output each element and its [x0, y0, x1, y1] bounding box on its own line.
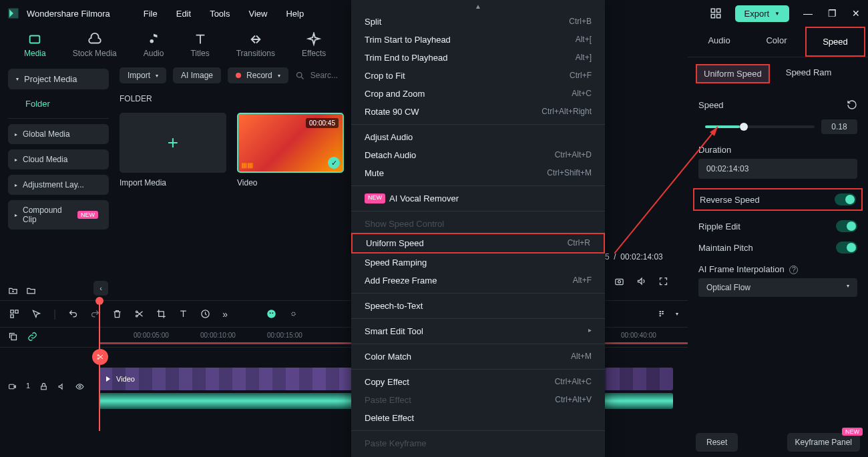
ai-assistant-icon[interactable] [266, 309, 276, 319]
svg-rect-2 [711, 15, 714, 18]
sidebar-cloud-media[interactable]: ▸Cloud Media [8, 149, 109, 169]
volume-icon[interactable] [636, 276, 646, 286]
sidebar-bottom-icons [8, 286, 36, 296]
time-display: 5 / 00:02:14:03 [605, 252, 663, 262]
chevron-down-icon[interactable]: ▾ [676, 311, 678, 317]
tab-audio[interactable]: Audio [130, 32, 178, 58]
speed-slider[interactable] [705, 125, 815, 128]
ctx-smart-edit-tool[interactable]: Smart Edit Tool▸ [351, 322, 605, 340]
delete-icon[interactable] [112, 309, 122, 319]
folder-tab[interactable]: Folder [8, 89, 109, 119]
undo-icon[interactable] [68, 309, 78, 319]
menu-file[interactable]: File [144, 9, 158, 19]
sidebar-adjustment-layer[interactable]: ▸Adjustment Lay... [8, 175, 109, 195]
cursor-icon[interactable] [31, 309, 41, 319]
ctx-paste-effect: Paste EffectCtrl+Alt+V [351, 391, 605, 409]
search-input[interactable]: Searc... [295, 71, 338, 81]
ctx-crop-fit[interactable]: Crop to FitCtrl+F [351, 67, 605, 85]
svg-point-8 [296, 72, 302, 77]
lock-icon[interactable] [39, 382, 48, 392]
rtab-speed[interactable]: Speed [805, 27, 865, 57]
ctx-add-freeze-frame[interactable]: Add Freeze FrameAlt+F [351, 272, 605, 290]
svg-point-21 [272, 312, 273, 314]
maintain-pitch-toggle[interactable] [836, 242, 857, 254]
ctx-split[interactable]: SplitCtrl+B [351, 13, 605, 31]
scroll-up-icon[interactable]: ▲ [351, 0, 605, 13]
sparkle-icon[interactable] [288, 309, 298, 319]
text-icon[interactable] [178, 309, 188, 319]
new-folder-icon[interactable] [8, 286, 18, 296]
snapshot-icon[interactable] [614, 276, 624, 286]
ctx-uniform-speed[interactable]: Uniform SpeedCtrl+R [351, 233, 605, 254]
mute-track-icon[interactable] [57, 382, 66, 392]
menu-view[interactable]: View [248, 9, 267, 19]
ripple-edit-toggle[interactable] [836, 220, 857, 232]
help-icon[interactable]: ? [789, 266, 798, 274]
sidebar-compound-clip[interactable]: ▸Compound ClipNEW [8, 200, 109, 230]
grid-icon[interactable] [9, 309, 19, 319]
minimize-button[interactable]: — [803, 8, 813, 19]
svg-rect-11 [616, 279, 623, 284]
folder-icon[interactable] [26, 286, 36, 296]
ctx-adjust-audio[interactable]: Adjust Audio [351, 128, 605, 146]
subtab-speed-ramping[interactable]: Speed Ram [779, 64, 839, 83]
reset-button[interactable]: Reset [696, 433, 738, 452]
eye-icon[interactable] [75, 382, 84, 392]
ctx-rotate[interactable]: Rotate 90 CWCtrl+Alt+Right [351, 103, 605, 121]
tab-effects[interactable]: Effects [288, 32, 339, 58]
ctx-speech-to-text[interactable]: Speech-to-Text [351, 297, 605, 315]
ctx-color-match[interactable]: Color MatchAlt+M [351, 348, 605, 366]
svg-rect-1 [716, 9, 720, 12]
ai-image-button[interactable]: AI Image [173, 67, 221, 83]
sidebar-global-media[interactable]: ▸Global Media [8, 124, 109, 144]
ctx-mute[interactable]: MuteCtrl+Shift+M [351, 164, 605, 182]
import-media-tile[interactable]: + Import Media [120, 113, 226, 187]
svg-rect-29 [9, 384, 15, 388]
reverse-speed-toggle[interactable] [835, 193, 856, 205]
menu-help[interactable]: Help [286, 9, 304, 19]
rtab-color[interactable]: Color [748, 27, 805, 57]
keyframe-panel-button[interactable]: Keyframe PanelNEW [787, 433, 860, 452]
ctx-ai-vocal-remover[interactable]: NEWAI Vocal Remover [351, 189, 605, 207]
ctx-delete-effect[interactable]: Delete Effect [351, 409, 605, 427]
tab-media[interactable]: Media [11, 32, 59, 58]
collapse-sidebar-button[interactable]: ‹ [93, 281, 108, 296]
grid-icon[interactable] [710, 7, 722, 19]
more-icon[interactable]: » [222, 309, 228, 320]
maximize-button[interactable]: ❐ [827, 8, 837, 19]
ctx-speed-ramping[interactable]: Speed Ramping [351, 254, 605, 272]
ctx-copy-effect[interactable]: Copy EffectCtrl+Alt+C [351, 373, 605, 391]
import-button[interactable]: Import▾ [120, 67, 166, 83]
menu-edit[interactable]: Edit [176, 9, 191, 19]
ctx-crop-zoom[interactable]: Crop and ZoomAlt+C [351, 85, 605, 103]
svg-point-32 [97, 355, 99, 356]
ctx-detach-audio[interactable]: Detach AudioCtrl+Alt+D [351, 146, 605, 164]
svg-point-31 [79, 386, 81, 388]
close-button[interactable]: ✕ [851, 8, 861, 19]
duration-label: Duration [698, 145, 857, 155]
list-view-icon[interactable] [658, 309, 668, 319]
rtab-audio[interactable]: Audio [690, 27, 748, 57]
video-track-icon[interactable] [8, 382, 17, 392]
subtab-uniform-speed[interactable]: Uniform Speed [696, 64, 770, 83]
ctx-trim-end[interactable]: Trim End to PlayheadAlt+] [351, 49, 605, 67]
scissors-icon[interactable] [134, 309, 144, 319]
project-media-header[interactable]: ▾Project Media [8, 69, 109, 89]
ai-interpolation-dropdown[interactable]: Optical Flow▾ [698, 278, 857, 297]
duration-input[interactable]: 00:02:14:03 [698, 159, 857, 179]
tab-transitions[interactable]: Transitions [223, 32, 288, 58]
playhead[interactable] [99, 301, 100, 431]
reset-icon[interactable] [847, 99, 857, 110]
fullscreen-icon[interactable] [658, 276, 668, 286]
speed-value[interactable]: 0.18 [821, 119, 857, 134]
menu-tools[interactable]: Tools [210, 9, 230, 19]
crop-icon[interactable] [156, 309, 166, 319]
tab-titles[interactable]: Titles [177, 32, 222, 58]
scissor-marker[interactable] [92, 349, 108, 365]
speed-icon[interactable] [200, 309, 210, 319]
export-button[interactable]: Export▼ [735, 5, 790, 22]
record-button[interactable]: Record▾ [228, 67, 288, 83]
tab-stock-media[interactable]: Stock Media [59, 32, 130, 58]
ctx-trim-start[interactable]: Trim Start to PlayheadAlt+[ [351, 31, 605, 49]
video-clip-tile[interactable]: 00:00:45 ▦▦ ✓ Video [237, 113, 344, 187]
